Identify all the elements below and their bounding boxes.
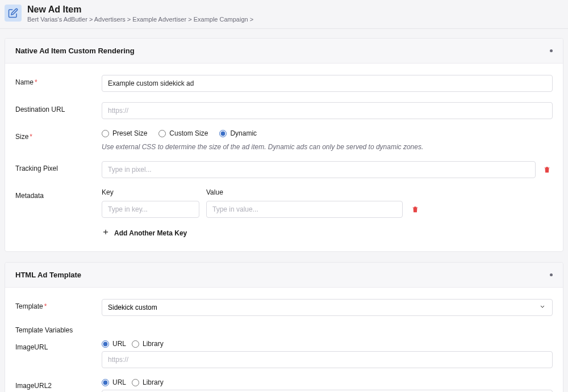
imageurl2-label: ImageURL2 xyxy=(15,378,102,390)
imageurl2-input[interactable] xyxy=(102,390,553,392)
breadcrumb-item[interactable]: Bert Varias's AdButler xyxy=(27,16,87,23)
breadcrumb-item[interactable]: Advertisers xyxy=(94,16,126,23)
name-label: Name* xyxy=(15,75,102,86)
more-icon[interactable] xyxy=(550,49,553,52)
meta-value-header: Value xyxy=(206,188,403,196)
tracking-pixel-input[interactable] xyxy=(102,161,536,178)
tracking-pixel-label: Tracking Pixel xyxy=(15,161,102,172)
destination-url-label: Destination URL xyxy=(15,102,102,113)
meta-key-input[interactable] xyxy=(102,201,199,218)
size-label: Size* xyxy=(15,129,102,141)
delete-pixel-button[interactable] xyxy=(541,164,553,175)
section-title: HTML Ad Template xyxy=(15,271,81,279)
imageurl-url-radio[interactable]: URL xyxy=(102,340,126,348)
imageurl-library-radio[interactable]: Library xyxy=(132,340,164,348)
imageurl2-library-radio[interactable]: Library xyxy=(132,378,164,386)
metadata-label: Metadata xyxy=(15,188,102,200)
section-header[interactable]: Native Ad Item Custom Rendering xyxy=(5,39,563,64)
breadcrumb: Bert Varias's AdButler > Advertisers > E… xyxy=(27,16,253,23)
imageurl-input[interactable] xyxy=(102,351,553,368)
size-helper-text: Use external CSS to determine the size o… xyxy=(102,143,553,151)
html-template-section: HTML Ad Template Template* Sidekick cust… xyxy=(5,262,563,392)
breadcrumb-item[interactable]: Example Advertiser xyxy=(132,16,186,23)
more-icon[interactable] xyxy=(550,273,553,276)
add-meta-button[interactable]: Add Another Meta Key xyxy=(102,228,553,238)
page-title: New Ad Item xyxy=(27,5,253,15)
template-select[interactable]: Sidekick custom xyxy=(102,299,553,316)
meta-value-input[interactable] xyxy=(206,201,403,218)
size-custom-radio[interactable]: Custom Size xyxy=(158,129,208,137)
destination-url-input[interactable] xyxy=(102,102,553,119)
name-input[interactable] xyxy=(102,75,553,92)
size-dynamic-radio[interactable]: Dynamic xyxy=(219,129,257,137)
imageurl2-url-radio[interactable]: URL xyxy=(102,378,126,386)
template-label: Template* xyxy=(15,299,102,310)
delete-meta-button[interactable] xyxy=(410,204,421,215)
plus-icon xyxy=(102,228,110,238)
size-preset-radio[interactable]: Preset Size xyxy=(102,129,147,137)
imageurl-label: ImageURL xyxy=(15,340,102,351)
meta-key-header: Key xyxy=(102,188,199,196)
section-header[interactable]: HTML Ad Template xyxy=(5,263,563,288)
native-ad-section: Native Ad Item Custom Rendering Name* De… xyxy=(5,38,563,252)
breadcrumb-item[interactable]: Example Campaign xyxy=(194,16,248,23)
section-title: Native Ad Item Custom Rendering xyxy=(15,47,135,55)
page-header: New Ad Item Bert Varias's AdButler > Adv… xyxy=(0,0,568,29)
template-variables-label: Template Variables xyxy=(15,326,553,334)
edit-icon xyxy=(5,5,22,22)
